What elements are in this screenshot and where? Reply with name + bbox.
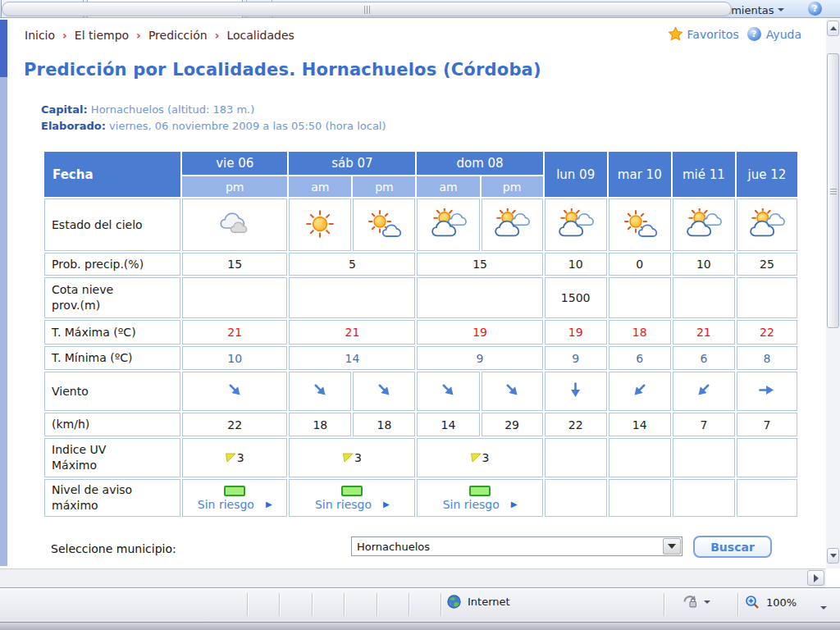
vertical-scroll-thumb[interactable] [827,53,839,328]
more-arrow-icon: ▶ [511,500,518,509]
ampm-header: am [289,176,351,197]
chevron-down-icon[interactable] [820,606,827,609]
weather-icon [366,210,402,238]
aviso-link[interactable]: Sin riesgo▶ [183,486,286,511]
scroll-up-button[interactable] [827,21,839,36]
tmax-cell: 22 [737,320,797,345]
ayuda-link[interactable]: ? Ayuda [747,27,801,41]
wind-cell [609,372,671,411]
cota-cell: 1500 [545,277,607,318]
elaborado-line: Elaborado: viernes, 06 noviembre 2009 a … [41,120,386,132]
tmin-cell: 9 [417,346,542,370]
tmin-cell: 6 [609,346,671,370]
favoritos-link[interactable]: Favoritos [669,27,739,41]
sky-cell [353,199,415,251]
day-header: lun 09 [545,152,607,197]
horizontal-scrollbar[interactable] [0,568,826,587]
aviso-link[interactable]: Sin riesgo▶ [290,486,414,511]
weather-icon [557,208,595,240]
uv-cell [737,438,797,477]
tmin-cell: 10 [182,346,287,370]
municipio-select[interactable]: Hornachuelos [351,536,682,556]
uv-flag-icon [226,453,236,463]
zoom-control[interactable]: 100% [745,595,797,609]
wind-arrow-icon [312,381,329,399]
kmh-cell: 7 [673,413,735,436]
weather-icon [303,209,337,239]
cota-cell [289,277,415,318]
breadcrumb-inicio[interactable]: Inicio [25,29,55,42]
uv-cell: 3 [417,438,542,477]
scroll-down-button[interactable] [827,548,839,564]
uv-cell: 3 [289,438,415,477]
breadcrumb-el-tiempo[interactable]: El tiempo [75,29,129,42]
row-label-tmax: T. Máxima (ºC) [44,320,180,345]
horizontal-scroll-thumb[interactable] [2,2,732,16]
ampm-header: am [417,176,479,197]
breadcrumb-separator: › [136,29,141,42]
sky-cell [609,199,671,251]
breadcrumb-separator: › [62,29,67,42]
breadcrumb-localidades[interactable]: Localidades [226,29,294,42]
risk-level-icon [224,486,245,496]
page-left-edge [0,77,7,566]
kmh-cell: 14 [609,413,671,436]
kmh-cell: 18 [353,413,415,436]
wind-cell [545,372,607,411]
wind-cell [289,372,351,411]
protected-mode-control[interactable] [682,595,710,609]
capital-line: Capital: Hornachuelos (altitud: 183 m.) [41,103,254,116]
dropdown-button[interactable] [663,538,681,555]
row-label-aviso: Nivel de aviso máximo [44,479,180,517]
prob-cell: 5 [289,253,415,276]
aviso-link[interactable]: Sin riesgo▶ [418,486,541,511]
sky-cell [417,199,479,251]
triangle-up-icon [830,26,837,30]
ie-window: www.miliampe... AE El Tiempo.... × Págin… [0,0,840,630]
aviso-cell: Sin riesgo▶ [289,479,415,517]
buscar-button[interactable]: Buscar [693,536,772,558]
wind-arrow-icon [226,381,244,399]
scroll-right-button[interactable] [807,570,824,586]
kmh-cell: 22 [182,413,287,436]
uv-flag-icon [343,453,354,463]
tmax-cell: 21 [182,320,287,345]
help-icon[interactable]: ? [808,2,822,16]
day-header: jue 12 [737,152,797,197]
tmin-cell: 9 [545,346,607,370]
breadcrumb-prediccion[interactable]: Predicción [148,29,208,42]
question-icon: ? [747,27,761,41]
weather-icon [493,208,531,240]
cota-cell [609,277,671,318]
uv-cell [673,438,735,477]
weather-icon [622,210,658,238]
sky-cell [482,199,543,251]
kmh-cell: 14 [417,413,479,436]
status-bar: Internet 100% [0,587,840,630]
chevron-down-icon [668,544,676,549]
day-header: sáb 07 [289,152,415,175]
globe-icon [447,595,461,609]
select-municipio-label: Seleccione municipio: [51,542,176,555]
page-left-edge [0,20,7,77]
protected-mode-icon [682,595,697,609]
kmh-cell: 18 [289,413,351,436]
wind-cell [182,372,287,411]
prob-cell: 0 [609,253,671,276]
fecha-header: Fecha [44,152,180,197]
weather-icon [430,208,468,240]
sky-cell [545,199,607,251]
row-label-uv: Indice UV Máximo [44,438,180,477]
page-title: Predicción por Localidades. Hornachuelos… [24,60,541,80]
breadcrumb-separator: › [215,29,220,42]
weather-icon [685,208,723,240]
forecast-table: Fecha vie 06 sáb 07 dom 08 lun 09 mar 10… [43,150,799,518]
ampm-header: pm [182,176,287,197]
weather-icon [217,209,253,239]
aviso-cell: Sin riesgo▶ [417,479,542,517]
uv-flag-icon [471,453,482,463]
quick-links: Favoritos ? Ayuda [669,27,801,41]
security-zone: Internet [447,595,510,609]
wind-cell [737,372,797,411]
sky-cell [182,199,287,251]
